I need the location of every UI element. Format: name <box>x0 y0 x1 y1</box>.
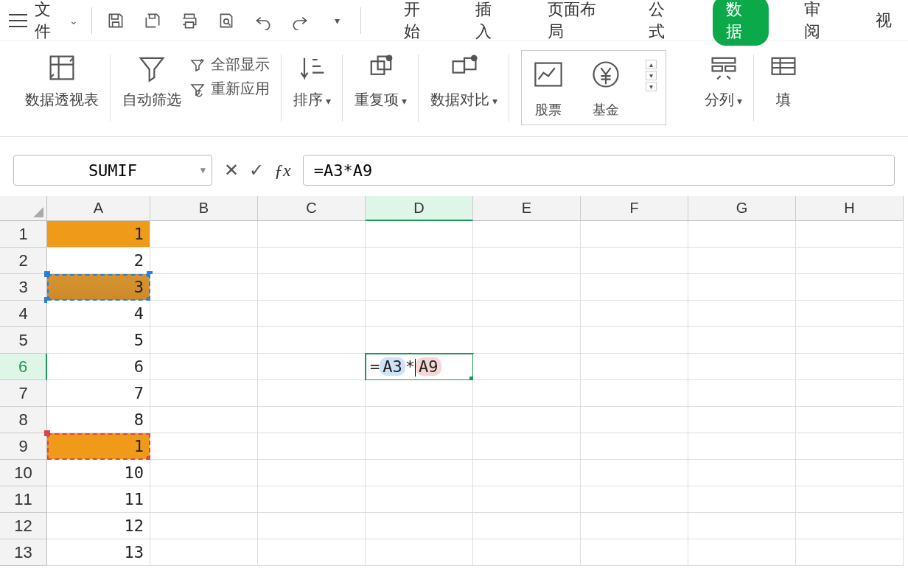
cell-F5[interactable] <box>581 327 688 354</box>
formula-input[interactable]: =A3*A9 <box>303 155 895 186</box>
cell-A6[interactable]: 6 <box>47 354 150 380</box>
cell-G12[interactable] <box>688 513 796 539</box>
file-menu[interactable]: 文件 ⌄ <box>35 0 78 43</box>
cell-C2[interactable] <box>258 248 366 274</box>
cell-C5[interactable] <box>258 327 366 354</box>
cell-A13[interactable]: 13 <box>47 539 150 566</box>
ribbon-text-to-columns[interactable]: 分列▾ <box>693 47 754 136</box>
cell-H6[interactable] <box>796 354 904 380</box>
cell-D5[interactable] <box>366 327 473 354</box>
cell-B6[interactable] <box>150 354 258 380</box>
cell-C8[interactable] <box>258 407 366 433</box>
cell-E7[interactable] <box>473 380 581 407</box>
cell-G2[interactable] <box>688 248 796 274</box>
row-header-4[interactable]: 4 <box>0 301 47 327</box>
cell-D4[interactable] <box>366 301 473 327</box>
cell-B7[interactable] <box>150 380 258 407</box>
more-icon[interactable]: ▾ <box>326 10 347 31</box>
cell-D12[interactable] <box>366 513 473 539</box>
ribbon-reapply[interactable]: 重新应用 <box>189 79 270 99</box>
col-header-E[interactable]: E <box>473 196 581 221</box>
cell-A2[interactable]: 2 <box>47 248 150 274</box>
cell-B10[interactable] <box>150 460 258 486</box>
cell-C9[interactable] <box>258 433 366 460</box>
row-header-2[interactable]: 2 <box>0 248 47 274</box>
cell-A1[interactable]: 1 <box>47 221 150 248</box>
cell-B9[interactable] <box>150 433 258 460</box>
cell-E13[interactable] <box>473 539 581 566</box>
row-header-12[interactable]: 12 <box>0 513 47 539</box>
cell-H1[interactable] <box>796 221 904 248</box>
cell-E10[interactable] <box>473 460 581 486</box>
cell-D11[interactable] <box>366 486 473 513</box>
gallery-expand-icon[interactable]: ▾ <box>646 82 657 91</box>
cell-G8[interactable] <box>688 407 796 433</box>
col-header-B[interactable]: B <box>150 196 258 221</box>
arrow-down-icon[interactable]: ▾ <box>646 71 657 80</box>
ribbon-pivot-table[interactable]: 数据透视表 <box>13 47 111 136</box>
col-header-A[interactable]: A <box>47 196 150 221</box>
undo-icon[interactable] <box>253 10 273 31</box>
cell-H11[interactable] <box>796 486 904 513</box>
cell-E6[interactable] <box>473 354 581 380</box>
cell-A3[interactable]: 3 <box>47 274 150 301</box>
cell-F6[interactable] <box>581 354 688 380</box>
row-header-8[interactable]: 8 <box>0 407 47 433</box>
cell-F12[interactable] <box>581 513 688 539</box>
row-header-5[interactable]: 5 <box>0 327 47 354</box>
cell-E11[interactable] <box>473 486 581 513</box>
cell-C11[interactable] <box>258 486 366 513</box>
cell-H3[interactable] <box>796 274 904 301</box>
ribbon-fill-partial[interactable]: 填 <box>754 47 813 136</box>
ribbon-duplicates[interactable]: 重复项▾ <box>343 47 419 136</box>
cell-F4[interactable] <box>581 301 688 327</box>
cell-H7[interactable] <box>796 380 904 407</box>
row-header-9[interactable]: 9 <box>0 433 47 460</box>
cell-E4[interactable] <box>473 301 581 327</box>
cell-H4[interactable] <box>796 301 904 327</box>
name-box[interactable]: SUMIF ▼ <box>13 155 212 186</box>
cell-C1[interactable] <box>258 221 366 248</box>
cell-C3[interactable] <box>258 274 366 301</box>
cell-F1[interactable] <box>581 221 688 248</box>
tab-view[interactable]: 视 <box>868 7 899 35</box>
cell-E2[interactable] <box>473 248 581 274</box>
row-header-7[interactable]: 7 <box>0 380 47 407</box>
cell-H10[interactable] <box>796 460 904 486</box>
tab-data[interactable]: 数据 <box>713 0 768 46</box>
cell-D13[interactable] <box>366 539 473 566</box>
cell-F10[interactable] <box>581 460 688 486</box>
select-all-corner[interactable] <box>0 196 47 221</box>
ribbon-autofilter[interactable]: 自动筛选 <box>122 50 181 110</box>
cancel-formula-icon[interactable]: ✕ <box>224 160 239 181</box>
save-as-icon[interactable] <box>142 10 163 31</box>
cell-D8[interactable] <box>366 407 473 433</box>
ribbon-stock[interactable]: 股票 <box>531 57 566 119</box>
cell-D6[interactable]: =A3*A9 <box>366 354 473 380</box>
cell-A7[interactable]: 7 <box>47 380 150 407</box>
cell-A8[interactable]: 8 <box>47 407 150 433</box>
cell-B5[interactable] <box>150 327 258 354</box>
cell-A4[interactable]: 4 <box>47 301 150 327</box>
cell-G10[interactable] <box>688 460 796 486</box>
cell-G13[interactable] <box>688 539 796 566</box>
cell-F9[interactable] <box>581 433 688 460</box>
col-header-F[interactable]: F <box>581 196 688 221</box>
chevron-down-icon[interactable]: ▼ <box>200 165 206 175</box>
cell-F8[interactable] <box>581 407 688 433</box>
cell-B11[interactable] <box>150 486 258 513</box>
hamburger-icon[interactable] <box>9 14 27 27</box>
cell-A10[interactable]: 10 <box>47 460 150 486</box>
ribbon-show-all[interactable]: 全部显示 <box>189 55 270 74</box>
cell-B1[interactable] <box>150 221 258 248</box>
cell-B12[interactable] <box>150 513 258 539</box>
gallery-arrows[interactable]: ▴ ▾ ▾ <box>646 60 657 91</box>
cell-C13[interactable] <box>258 539 366 566</box>
cell-A9[interactable]: 1 <box>47 433 150 460</box>
cell-C12[interactable] <box>258 513 366 539</box>
tab-review[interactable]: 审阅 <box>797 0 840 46</box>
cell-G11[interactable] <box>688 486 796 513</box>
col-header-H[interactable]: H <box>796 196 904 221</box>
cell-H8[interactable] <box>796 407 904 433</box>
cell-D1[interactable] <box>366 221 473 248</box>
